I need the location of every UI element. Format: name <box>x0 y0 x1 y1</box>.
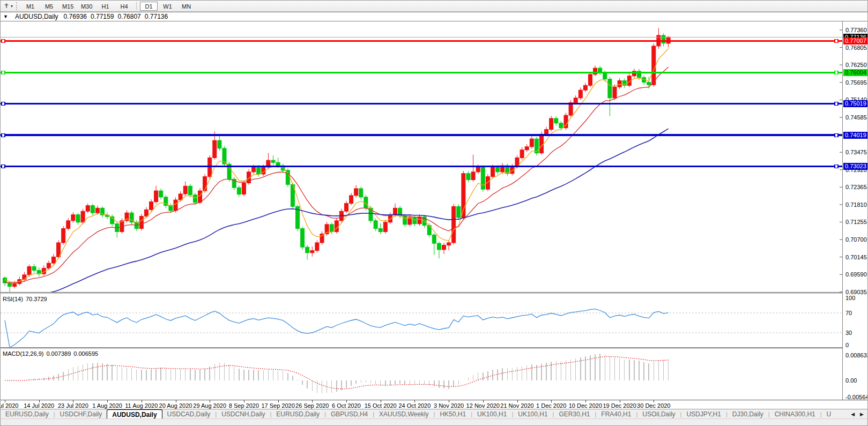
timeframe-button-m15[interactable]: M15 <box>59 2 77 11</box>
tab-usdchf-daily[interactable]: USDCHF,Daily <box>55 409 107 418</box>
line-handle[interactable] <box>835 133 838 137</box>
rsi-value: 70.3729 <box>26 296 47 302</box>
line-handle[interactable] <box>835 40 838 43</box>
tab-usdcnh-daily[interactable]: USDCNH,Daily <box>217 409 270 418</box>
candle-body <box>76 215 80 222</box>
candle-body <box>583 85 587 90</box>
line-handle[interactable] <box>2 102 5 105</box>
timeframe-button-h4[interactable]: H4 <box>115 2 133 11</box>
tab-usoil-daily[interactable]: USOil,Daily <box>637 409 680 418</box>
tab-u[interactable]: U <box>822 409 836 418</box>
tab-eurusd-daily[interactable]: EURUSD,Daily <box>1 409 54 418</box>
tab-ger30-h1[interactable]: GER30,H1 <box>554 409 595 418</box>
rsi-axis-label: 100 <box>845 295 855 302</box>
tab-audusd-daily[interactable]: AUDUSD,Daily <box>107 409 162 418</box>
cursor-tool-icon[interactable]: ✝ <box>2 2 11 10</box>
tab-gbpusd-h4[interactable]: GBPUSD,H4 <box>326 409 373 418</box>
ohlc-open: 0.76936 <box>64 13 87 20</box>
tab-uk100-h1[interactable]: UK100,H1 <box>513 409 552 418</box>
macd-label: MACD(12,26,9)0.0073890.006595 <box>3 350 101 357</box>
line-handle[interactable] <box>835 165 838 168</box>
line-handle[interactable] <box>2 40 5 43</box>
window-menu-icon[interactable]: ▼ <box>1 14 11 19</box>
candle-body <box>496 167 500 172</box>
tab-xauusd-weekly[interactable]: XAUUSD,Weekly <box>374 409 433 418</box>
tab-uk100-h1[interactable]: UK100,H1 <box>472 409 511 418</box>
rsi-panel[interactable] <box>1 294 842 347</box>
candle-body <box>613 87 617 98</box>
hlines-layer <box>1 40 842 168</box>
price-axis-label: 0.72365 <box>845 184 867 191</box>
date-label: 8 Sep 2020 <box>229 402 259 409</box>
date-axis[interactable]: 4 Jul 202014 Jul 202023 Jul 20201 Aug 20… <box>1 400 868 409</box>
price-axis-label: 0.70145 <box>845 254 867 261</box>
line-handle[interactable] <box>2 71 5 74</box>
candle-body <box>62 229 65 243</box>
candle-body <box>257 167 261 174</box>
chevron-down-icon[interactable]: ▾ <box>11 4 15 9</box>
price-chart[interactable] <box>1 21 842 292</box>
tab-china300-h1[interactable]: CHINA300,H1 <box>770 409 820 418</box>
timeframe-button-m5[interactable]: M5 <box>40 2 58 11</box>
tab-hk50-h1[interactable]: HK50,H1 <box>435 409 471 418</box>
rsi-name: RSI(14) <box>3 296 23 302</box>
chart-symbol: AUDUSD,Daily <box>15 13 58 20</box>
timeframe-button-h1[interactable]: H1 <box>97 2 114 11</box>
rsi-axis-label: 30 <box>845 330 852 337</box>
line-handle[interactable] <box>2 165 5 168</box>
price-axis-label: 0.74585 <box>845 114 867 121</box>
right-arrow-icon[interactable]: ▶ <box>857 412 866 417</box>
date-label: 10 Dec 2020 <box>569 402 602 409</box>
candle-body <box>306 247 309 253</box>
chart-body[interactable]: RSI(14)70.3729 MACD(12,26,9)0.0073890.00… <box>1 21 868 400</box>
candle-body <box>379 229 382 232</box>
candle-body <box>350 196 353 204</box>
candle-body <box>330 225 333 232</box>
line-handle[interactable] <box>835 102 838 105</box>
candle-body <box>394 208 397 215</box>
ohlc-high: 0.77159 <box>91 13 114 20</box>
candle-body <box>193 195 197 203</box>
candle-body <box>403 216 407 225</box>
tab-fra40-h1[interactable]: FRA40,H1 <box>596 409 636 418</box>
candle-body <box>554 118 558 123</box>
date-label: 3 Nov 2020 <box>434 402 464 409</box>
toolbar: ✝ ▾ M1M5M15M30H1H4D1W1MN <box>1 1 868 12</box>
date-label: 1 Dec 2020 <box>536 402 566 409</box>
candle-body <box>183 186 187 194</box>
line-handle[interactable] <box>835 71 838 74</box>
candle-body <box>383 222 387 232</box>
candle-body <box>86 206 90 212</box>
macd-panel[interactable] <box>1 349 842 400</box>
timeframe-button-m30[interactable]: M30 <box>78 2 95 11</box>
timeframe-button-m1[interactable]: M1 <box>21 2 39 11</box>
price-axis[interactable]: 0.773600.768050.762500.756950.751400.745… <box>842 21 868 400</box>
candle-body <box>535 139 538 153</box>
macd-main-value: 0.007389 <box>46 350 71 357</box>
toolbar-grip[interactable] <box>16 2 18 10</box>
candle-body <box>476 167 480 172</box>
tab-eurusd-daily[interactable]: EURUSD,Daily <box>271 409 324 418</box>
candle-body <box>359 189 363 197</box>
candle-body <box>310 251 314 253</box>
date-label: 23 Jul 2020 <box>58 402 88 409</box>
candle-body <box>8 283 12 286</box>
tab-usdcad-daily[interactable]: USDCAD,Daily <box>162 409 216 418</box>
candle-body <box>203 177 207 191</box>
macd-axis-label: -0.005643 <box>845 394 868 401</box>
line-handle[interactable] <box>2 133 5 137</box>
candle-body <box>71 215 75 221</box>
tab-dj30-daily[interactable]: DJ30,Daily <box>728 409 768 418</box>
date-label: 30 Dec 2020 <box>637 402 670 409</box>
tab-usdjpy-h1[interactable]: USDJPY,H1 <box>681 409 725 418</box>
candle-body <box>603 73 607 79</box>
timeframe-button-w1[interactable]: W1 <box>159 2 176 11</box>
candle-body <box>179 194 182 200</box>
timeframe-button-d1[interactable]: D1 <box>140 2 158 11</box>
left-arrow-icon[interactable]: ◀ <box>848 412 857 417</box>
price-axis-label: 0.71255 <box>845 219 867 226</box>
timeframe-button-mn[interactable]: MN <box>177 2 195 11</box>
candle-body <box>481 167 485 189</box>
macd-axis-label: 0.008633 <box>845 352 868 359</box>
rsi-line <box>5 309 669 347</box>
